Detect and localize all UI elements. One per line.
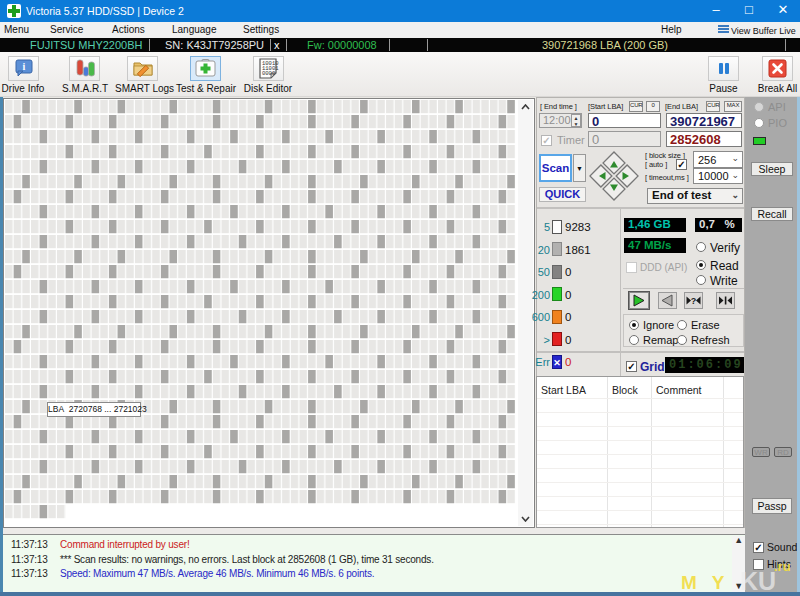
svg-text:?: ? [691, 296, 697, 306]
svg-text:0000: 0000 [262, 70, 275, 77]
svg-text:i: i [23, 61, 26, 72]
